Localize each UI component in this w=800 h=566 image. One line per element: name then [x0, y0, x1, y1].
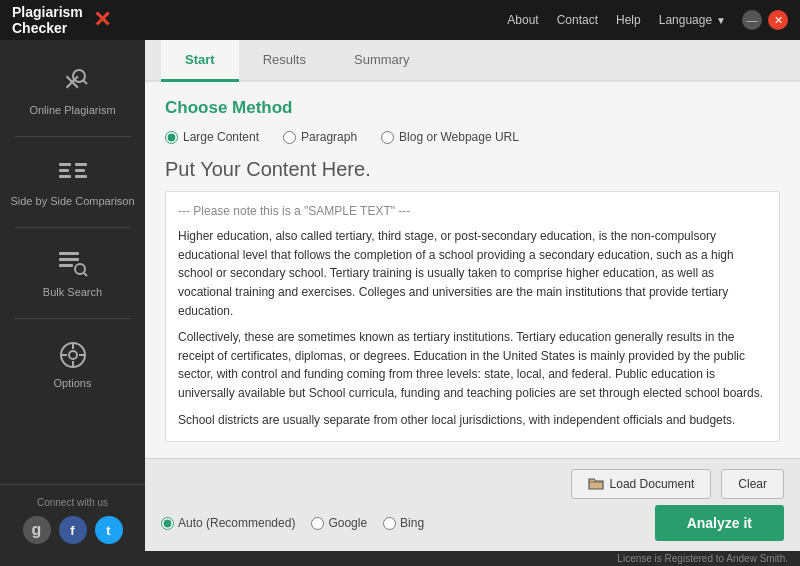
side-by-side-icon	[57, 157, 89, 189]
inner-content: Choose Method Large Content Paragraph Bl…	[145, 82, 800, 458]
svg-rect-3	[59, 163, 71, 166]
load-document-button[interactable]: Load Document	[571, 469, 712, 499]
bottom-bar: Load Document Clear Auto (Recommended) G…	[145, 458, 800, 551]
twitter-icon[interactable]: t	[95, 516, 123, 544]
tab-results[interactable]: Results	[239, 40, 330, 82]
engine-bing-label: Bing	[400, 516, 424, 530]
svg-rect-7	[75, 169, 85, 172]
sidebar-item-side-by-side[interactable]: Side by Side Comparison	[0, 141, 145, 223]
sidebar-label-bulk-search: Bulk Search	[43, 286, 102, 298]
window-controls: — ✕	[742, 10, 788, 30]
engine-auto-label: Auto (Recommended)	[178, 516, 295, 530]
text-paragraph-3: School districts are usually separate fr…	[178, 411, 767, 430]
tab-summary[interactable]: Summary	[330, 40, 434, 82]
online-plagiarism-icon: ✕	[57, 66, 89, 98]
sidebar-item-online-plagiarism[interactable]: ✕ Online Plagiarism	[0, 50, 145, 132]
sidebar-divider-3	[15, 318, 131, 319]
svg-line-13	[84, 273, 87, 276]
svg-line-2	[83, 80, 87, 84]
text-paragraph-1: Higher education, also called tertiary, …	[178, 227, 767, 320]
google-plus-icon[interactable]: g	[23, 516, 51, 544]
method-radio-group: Large Content Paragraph Blog or Webpage …	[165, 130, 780, 144]
svg-rect-5	[59, 175, 71, 178]
engine-bing-radio[interactable]	[383, 517, 396, 530]
help-link[interactable]: Help	[616, 13, 641, 27]
sidebar-divider-1	[15, 136, 131, 137]
method-blog-url-radio[interactable]	[381, 131, 394, 144]
analyze-button[interactable]: Analyze it	[655, 505, 784, 541]
sidebar-divider-2	[15, 227, 131, 228]
clear-button[interactable]: Clear	[721, 469, 784, 499]
method-blog-url-label: Blog or Webpage URL	[399, 130, 519, 144]
engine-google[interactable]: Google	[311, 516, 367, 530]
sidebar-item-bulk-search[interactable]: Bulk Search	[0, 232, 145, 314]
engine-auto-radio[interactable]	[161, 517, 174, 530]
choose-method-title: Choose Method	[165, 98, 780, 118]
method-blog-url[interactable]: Blog or Webpage URL	[381, 130, 519, 144]
sidebar-bottom: Connect with us g f t	[0, 484, 145, 556]
svg-rect-6	[75, 163, 87, 166]
method-paragraph-radio[interactable]	[283, 131, 296, 144]
svg-rect-11	[59, 264, 73, 267]
engine-google-radio[interactable]	[311, 517, 324, 530]
options-icon	[57, 339, 89, 371]
engine-radio-group: Auto (Recommended) Google Bing	[161, 516, 424, 530]
about-link[interactable]: About	[507, 13, 538, 27]
sidebar-label-options: Options	[54, 377, 92, 389]
license-bar: License is Registered to Andew Smith.	[145, 551, 800, 566]
text-area-zone[interactable]: --- Please note this is a "SAMPLE TEXT" …	[165, 191, 780, 442]
method-paragraph[interactable]: Paragraph	[283, 130, 357, 144]
svg-rect-10	[59, 258, 79, 261]
logo-text: PlagiarismChecker	[12, 4, 83, 36]
text-paragraph-2: Collectively, these are sometimes known …	[178, 328, 767, 402]
connect-label: Connect with us	[8, 497, 137, 508]
contact-link[interactable]: Contact	[557, 13, 598, 27]
method-large-content-radio[interactable]	[165, 131, 178, 144]
sample-text-note: --- Please note this is a "SAMPLE TEXT" …	[178, 202, 767, 221]
chevron-down-icon: ▼	[716, 15, 726, 26]
facebook-icon[interactable]: f	[59, 516, 87, 544]
method-paragraph-label: Paragraph	[301, 130, 357, 144]
tab-start[interactable]: Start	[161, 40, 239, 82]
minimize-button[interactable]: —	[742, 10, 762, 30]
bulk-search-icon	[57, 248, 89, 280]
engine-bing[interactable]: Bing	[383, 516, 424, 530]
method-large-content[interactable]: Large Content	[165, 130, 259, 144]
svg-rect-4	[59, 169, 69, 172]
svg-point-15	[69, 351, 77, 359]
sidebar: ✕ Online Plagiarism Side by Side Co	[0, 40, 145, 566]
svg-rect-9	[59, 252, 79, 255]
engine-auto[interactable]: Auto (Recommended)	[161, 516, 295, 530]
engine-google-label: Google	[328, 516, 367, 530]
social-icons: g f t	[8, 516, 137, 544]
logo-x-icon: ✕	[93, 7, 111, 33]
close-button[interactable]: ✕	[768, 10, 788, 30]
svg-point-12	[75, 264, 85, 274]
sidebar-label-online-plagiarism: Online Plagiarism	[29, 104, 115, 116]
content-area: Start Results Summary Choose Method Larg…	[145, 40, 800, 566]
main-layout: ✕ Online Plagiarism Side by Side Co	[0, 40, 800, 566]
load-document-label: Load Document	[610, 477, 695, 491]
tabs: Start Results Summary	[145, 40, 800, 82]
folder-icon	[588, 477, 604, 491]
topbar: PlagiarismChecker ✕ About Contact Help L…	[0, 0, 800, 40]
sidebar-label-side-by-side: Side by Side Comparison	[10, 195, 134, 207]
svg-rect-8	[75, 175, 87, 178]
method-large-content-label: Large Content	[183, 130, 259, 144]
content-placeholder-title: Put Your Content Here.	[165, 158, 780, 181]
bottom-bar-row1: Load Document Clear	[161, 469, 784, 499]
language-dropdown[interactable]: Language ▼	[659, 13, 726, 27]
sidebar-item-options[interactable]: Options	[0, 323, 145, 405]
topbar-nav: About Contact Help Language ▼	[507, 13, 726, 27]
logo-area: PlagiarismChecker ✕	[12, 4, 507, 36]
bottom-bar-row2: Auto (Recommended) Google Bing Analyze i…	[161, 505, 784, 541]
